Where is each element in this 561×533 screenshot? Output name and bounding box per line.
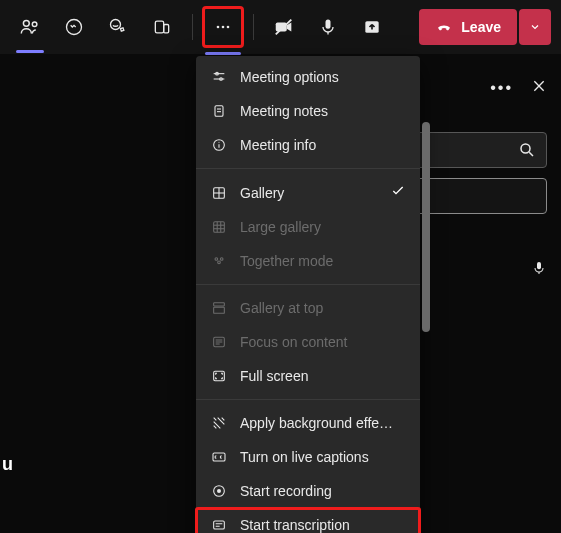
menu-scrollbar[interactable] <box>422 122 430 533</box>
close-icon <box>531 78 547 94</box>
svg-line-15 <box>529 152 533 156</box>
info-icon <box>210 136 228 154</box>
svg-rect-5 <box>164 25 169 33</box>
more-actions-button[interactable] <box>203 7 243 47</box>
svg-rect-39 <box>214 303 225 306</box>
search-icon <box>518 141 536 159</box>
check-icon <box>390 183 406 202</box>
svg-rect-16 <box>537 262 541 269</box>
menu-apply-background[interactable]: Apply background effe… <box>196 406 420 440</box>
leave-group: Leave <box>419 9 551 45</box>
share-button[interactable] <box>352 7 392 47</box>
leave-button[interactable]: Leave <box>419 9 517 45</box>
menu-divider <box>196 399 420 400</box>
svg-rect-31 <box>214 222 225 233</box>
together-mode-icon <box>210 252 228 270</box>
transcription-icon <box>210 516 228 533</box>
svg-point-37 <box>220 258 223 261</box>
svg-point-36 <box>215 258 218 261</box>
svg-rect-49 <box>214 521 225 529</box>
menu-start-transcription[interactable]: Start transcription <box>196 508 420 533</box>
notes-icon <box>210 102 228 120</box>
menu-together-mode: Together mode <box>196 244 420 278</box>
gallery-icon <box>210 184 228 202</box>
mic-button[interactable] <box>308 7 348 47</box>
menu-divider <box>196 284 420 285</box>
meeting-toolbar: Leave <box>0 0 561 54</box>
svg-rect-4 <box>155 21 163 33</box>
svg-point-8 <box>227 26 230 29</box>
participant-mic-icon <box>531 260 547 279</box>
menu-live-captions[interactable]: Turn on live captions <box>196 440 420 474</box>
scrollbar-thumb[interactable] <box>422 122 430 332</box>
svg-point-7 <box>222 26 225 29</box>
toolbar-separator <box>253 14 254 40</box>
menu-divider <box>196 168 420 169</box>
reactions-button[interactable] <box>98 7 138 47</box>
menu-meeting-notes[interactable]: Meeting notes <box>196 94 420 128</box>
gallery-top-icon <box>210 299 228 317</box>
people-button[interactable] <box>10 7 50 47</box>
rooms-button[interactable] <box>142 7 182 47</box>
menu-full-screen[interactable]: Full screen <box>196 359 420 393</box>
chat-button[interactable] <box>54 7 94 47</box>
more-actions-menu: Meeting options Meeting notes Meeting in… <box>196 56 420 533</box>
svg-rect-45 <box>214 371 225 380</box>
menu-focus-on-content: Focus on content <box>196 325 420 359</box>
leave-caret-button[interactable] <box>519 9 551 45</box>
svg-rect-40 <box>214 307 225 313</box>
hangup-icon <box>435 18 453 36</box>
svg-point-3 <box>111 20 121 30</box>
svg-point-48 <box>217 489 221 493</box>
background-effects-icon <box>210 414 228 432</box>
menu-gallery-at-top: Gallery at top <box>196 291 420 325</box>
record-icon <box>210 482 228 500</box>
fullscreen-icon <box>210 367 228 385</box>
svg-point-1 <box>32 22 37 27</box>
svg-rect-22 <box>215 106 223 117</box>
menu-gallery[interactable]: Gallery <box>196 175 420 210</box>
svg-point-6 <box>217 26 220 29</box>
menu-meeting-options[interactable]: Meeting options <box>196 60 420 94</box>
menu-large-gallery: Large gallery <box>196 210 420 244</box>
svg-point-2 <box>67 20 82 35</box>
menu-meeting-info[interactable]: Meeting info <box>196 128 420 162</box>
panel-close-button[interactable] <box>531 78 547 98</box>
camera-button[interactable] <box>264 7 304 47</box>
captions-icon <box>210 448 228 466</box>
svg-point-38 <box>218 261 221 264</box>
settings-sliders-icon <box>210 68 228 86</box>
focus-content-icon <box>210 333 228 351</box>
svg-point-0 <box>23 20 29 26</box>
panel-more-button[interactable]: ••• <box>490 79 513 97</box>
svg-rect-11 <box>326 20 331 29</box>
tutorial-step-marker: u <box>0 454 13 475</box>
leave-label: Leave <box>461 19 501 35</box>
svg-point-27 <box>218 142 219 143</box>
chevron-down-icon <box>529 21 541 33</box>
toolbar-separator <box>192 14 193 40</box>
menu-start-recording[interactable]: Start recording <box>196 474 420 508</box>
svg-point-14 <box>521 144 530 153</box>
large-gallery-icon <box>210 218 228 236</box>
